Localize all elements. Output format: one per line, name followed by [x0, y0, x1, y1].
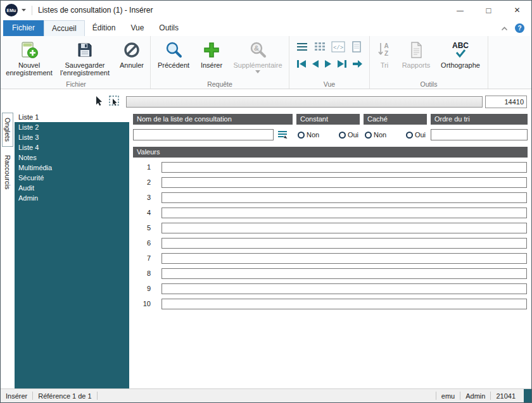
- previous-query-label: Précédent: [158, 61, 189, 69]
- value-input-3[interactable]: [162, 192, 527, 203]
- value-input-2[interactable]: [162, 177, 527, 188]
- value-row-number: 8: [133, 270, 151, 277]
- insert-label: Insérer: [201, 61, 222, 69]
- constant-oui-option[interactable]: Oui: [339, 131, 358, 139]
- insert-button[interactable]: Insérer: [195, 37, 228, 79]
- page-view-icon[interactable]: [350, 41, 363, 54]
- hidden-non-option[interactable]: Non: [365, 131, 386, 139]
- sidebar-item-admin[interactable]: Admin: [15, 193, 129, 203]
- titlebar: EMu Listes de consultation (1) - Insérer…: [1, 1, 531, 20]
- constant-non-label: Non: [307, 131, 319, 139]
- sidebar-item-audit[interactable]: Audit: [15, 183, 129, 193]
- minimize-button[interactable]: —: [446, 1, 474, 20]
- value-row-number: 5: [133, 224, 151, 232]
- value-input-1[interactable]: [162, 162, 527, 173]
- hidden-non-label: Non: [374, 131, 386, 139]
- last-record-icon[interactable]: [336, 59, 348, 70]
- cancel-icon: [123, 39, 141, 61]
- status-session: 21041: [491, 392, 521, 400]
- value-row: 8: [133, 266, 528, 281]
- ribbon-group-outils: A Z Tri Rapports: [370, 36, 488, 89]
- value-row-number: 1: [133, 163, 151, 171]
- save-record-label: Sauvegarder l'enregistrement: [55, 61, 115, 77]
- close-button[interactable]: ✕: [503, 1, 531, 20]
- value-input-10[interactable]: [162, 299, 527, 309]
- value-row-number: 10: [133, 300, 151, 307]
- sort-button[interactable]: A Z Tri: [371, 37, 398, 79]
- resize-grip[interactable]: [524, 389, 531, 402]
- tab-accueil[interactable]: Accueil: [44, 20, 85, 36]
- new-record-label: Nouvel enregistrement: [3, 61, 55, 77]
- help-icon[interactable]: ?: [515, 23, 524, 33]
- app-logo-icon[interactable]: EMu: [5, 4, 18, 16]
- goto-record-icon[interactable]: [352, 59, 363, 70]
- value-row: 2: [133, 175, 528, 190]
- ribbon: Nouvel enregistrement Sauvegarder l'enre…: [1, 36, 531, 89]
- tab-outils[interactable]: Outils: [151, 20, 186, 36]
- new-record-button[interactable]: Nouvel enregistrement: [3, 37, 55, 79]
- value-input-9[interactable]: [162, 283, 527, 294]
- value-input-4[interactable]: [162, 208, 527, 218]
- vue-controls: </>: [291, 37, 368, 70]
- save-record-button[interactable]: Sauvegarder l'enregistrement: [55, 37, 115, 79]
- hidden-oui-label: Oui: [415, 131, 426, 139]
- additional-query-button[interactable]: & Supplémentaire: [228, 37, 288, 79]
- sort-label: Tri: [381, 61, 388, 69]
- value-input-8[interactable]: [162, 268, 527, 279]
- additional-query-label: Supplémentaire: [233, 61, 282, 69]
- reports-button[interactable]: Rapports: [398, 37, 434, 79]
- spellcheck-button[interactable]: ABC Orthographe: [434, 37, 486, 79]
- value-row: 7: [133, 251, 528, 266]
- ribbon-group-requete: Précédent Insérer & Suppl: [151, 36, 289, 89]
- sidebar-item-liste-1[interactable]: Liste 1: [15, 112, 129, 122]
- sidebar-item-liste-2[interactable]: Liste 2: [15, 122, 129, 132]
- sidebar-item-notes[interactable]: Notes: [15, 152, 129, 163]
- sidebar-item-liste-4[interactable]: Liste 4: [15, 142, 129, 152]
- side-tab-onglets[interactable]: Onglets: [2, 113, 13, 147]
- hidden-oui-option[interactable]: Oui: [406, 131, 426, 139]
- side-tab-raccourcis[interactable]: Raccourcis: [3, 151, 13, 194]
- name-input[interactable]: [133, 129, 274, 140]
- code-view-icon[interactable]: </>: [331, 41, 345, 54]
- previous-record-icon[interactable]: [311, 59, 320, 70]
- svg-text:</>: </>: [333, 45, 343, 51]
- value-input-5[interactable]: [162, 223, 527, 233]
- pointer-icon[interactable]: [95, 96, 103, 108]
- sidebar-item-liste-3[interactable]: Liste 3: [15, 132, 129, 142]
- status-mode: Insérer: [1, 392, 32, 400]
- value-row-number: 2: [133, 178, 151, 186]
- constant-non-radio[interactable]: [298, 132, 305, 139]
- tab-vue[interactable]: Vue: [123, 20, 151, 36]
- constant-oui-label: Oui: [348, 131, 358, 139]
- cancel-button[interactable]: Annuler: [115, 37, 149, 79]
- constant-oui-radio[interactable]: [339, 132, 346, 139]
- sidebar-item-multimedia[interactable]: Multimédia: [15, 163, 129, 173]
- hidden-oui-radio[interactable]: [406, 132, 413, 139]
- first-record-icon[interactable]: [296, 59, 307, 70]
- svg-text:&: &: [254, 44, 259, 52]
- tab-edition[interactable]: Édition: [85, 20, 124, 36]
- sort-order-input[interactable]: [431, 129, 528, 140]
- next-record-icon[interactable]: [324, 59, 332, 70]
- abc-check-icon: ABC: [450, 39, 471, 61]
- sidebar-item-securite[interactable]: Sécurité: [15, 173, 129, 183]
- additional-search-icon: &: [248, 39, 267, 61]
- constant-non-option[interactable]: Non: [298, 131, 319, 139]
- svg-text:Z: Z: [384, 50, 388, 57]
- value-input-6[interactable]: [162, 238, 527, 249]
- maximize-button[interactable]: □: [474, 1, 503, 20]
- grid-view-icon[interactable]: [314, 41, 326, 54]
- list-view-icon[interactable]: [296, 41, 308, 54]
- select-region-icon[interactable]: [109, 96, 120, 108]
- ribbon-collapse-icon[interactable]: [501, 24, 508, 33]
- tab-fichier[interactable]: Fichier: [3, 20, 44, 36]
- sort-order-cell: [431, 129, 528, 140]
- status-server: emu: [436, 392, 460, 400]
- tool-row: 14410: [1, 89, 531, 112]
- previous-query-button[interactable]: Précédent: [152, 37, 195, 79]
- ribbon-group-fichier: Nouvel enregistrement Sauvegarder l'enre…: [2, 36, 151, 89]
- hidden-non-radio[interactable]: [365, 132, 372, 139]
- quick-access-caret-icon[interactable]: [22, 9, 26, 11]
- value-input-7[interactable]: [162, 253, 527, 264]
- lookup-list-icon[interactable]: [277, 130, 288, 140]
